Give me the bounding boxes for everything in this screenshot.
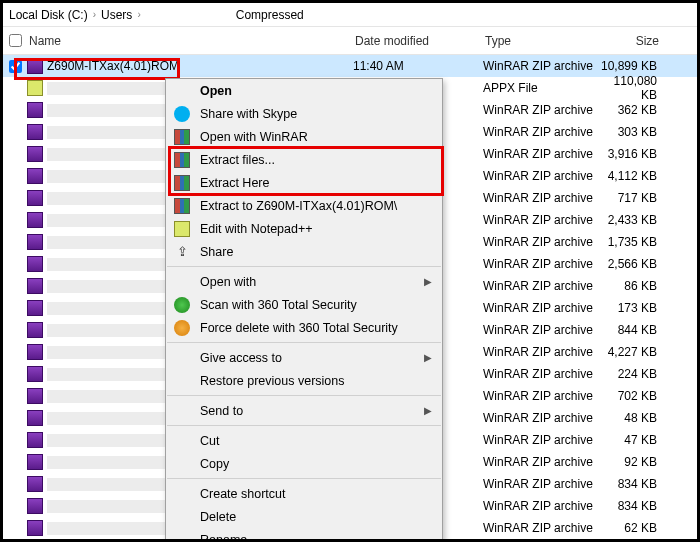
menu-create-shortcut[interactable]: Create shortcut <box>166 482 442 505</box>
file-size: 10,899 KB <box>595 59 665 73</box>
file-icon <box>27 190 43 206</box>
menu-separator <box>167 395 441 396</box>
column-headers: Name Date modified Type Size <box>3 27 697 55</box>
menu-edit-npp[interactable]: Edit with Notepad++ <box>166 217 442 240</box>
winrar-icon <box>174 152 190 168</box>
menu-share[interactable]: ⇪Share <box>166 240 442 263</box>
file-size: 4,227 KB <box>595 345 665 359</box>
chevron-right-icon: ▶ <box>424 276 432 287</box>
file-size: 3,916 KB <box>595 147 665 161</box>
file-type: WinRAR ZIP archive <box>483 521 595 535</box>
breadcrumb[interactable]: Local Disk (C:) › Users › Compressed <box>3 3 697 27</box>
file-icon <box>27 278 43 294</box>
file-type: WinRAR ZIP archive <box>483 301 595 315</box>
file-icon <box>27 366 43 382</box>
menu-delete[interactable]: Delete <box>166 505 442 528</box>
menu-extract-files[interactable]: Extract files... <box>166 148 442 171</box>
menu-separator <box>167 266 441 267</box>
file-icon <box>27 454 43 470</box>
file-icon <box>27 344 43 360</box>
menu-rename[interactable]: Rename <box>166 528 442 542</box>
file-type: WinRAR ZIP archive <box>483 147 595 161</box>
winrar-icon <box>174 175 190 191</box>
file-type: WinRAR ZIP archive <box>483 191 595 205</box>
header-name[interactable]: Name <box>27 34 355 48</box>
file-size: 1,735 KB <box>595 235 665 249</box>
chevron-right-icon: ▶ <box>424 352 432 363</box>
file-icon <box>27 80 43 96</box>
header-type[interactable]: Type <box>485 34 597 48</box>
file-size: 110,080 KB <box>595 74 665 102</box>
file-icon <box>27 520 43 536</box>
menu-extract-to[interactable]: Extract to Z690M-ITXax(4.01)ROM\ <box>166 194 442 217</box>
file-type: WinRAR ZIP archive <box>483 345 595 359</box>
file-icon <box>27 300 43 316</box>
file-size: 362 KB <box>595 103 665 117</box>
menu-copy[interactable]: Copy <box>166 452 442 475</box>
file-icon <box>27 498 43 514</box>
file-size: 173 KB <box>595 301 665 315</box>
skype-icon <box>174 106 190 122</box>
file-size: 834 KB <box>595 477 665 491</box>
menu-separator <box>167 425 441 426</box>
file-type: WinRAR ZIP archive <box>483 169 595 183</box>
file-icon <box>27 102 43 118</box>
file-size: 717 KB <box>595 191 665 205</box>
file-type: WinRAR ZIP archive <box>483 455 595 469</box>
file-size: 702 KB <box>595 389 665 403</box>
menu-open[interactable]: Open <box>166 79 442 102</box>
winrar-icon <box>174 129 190 145</box>
file-type: WinRAR ZIP archive <box>483 411 595 425</box>
menu-give-access[interactable]: Give access to▶ <box>166 346 442 369</box>
select-all-checkbox[interactable] <box>9 34 22 47</box>
file-type: WinRAR ZIP archive <box>483 59 595 73</box>
header-date[interactable]: Date modified <box>355 34 485 48</box>
menu-cut[interactable]: Cut <box>166 429 442 452</box>
file-size: 47 KB <box>595 433 665 447</box>
file-icon <box>27 212 43 228</box>
chevron-right-icon: › <box>93 9 96 20</box>
file-size: 48 KB <box>595 411 665 425</box>
menu-share-skype[interactable]: Share with Skype <box>166 102 442 125</box>
file-size: 2,566 KB <box>595 257 665 271</box>
file-type: WinRAR ZIP archive <box>483 279 595 293</box>
chevron-right-icon: ▶ <box>424 405 432 416</box>
context-menu: Open Share with Skype Open with WinRAR E… <box>165 78 443 542</box>
menu-separator <box>167 478 441 479</box>
header-size[interactable]: Size <box>597 34 667 48</box>
file-type: WinRAR ZIP archive <box>483 257 595 271</box>
file-type: WinRAR ZIP archive <box>483 323 595 337</box>
share-icon: ⇪ <box>174 244 190 260</box>
file-type: WinRAR ZIP archive <box>483 213 595 227</box>
file-size: 62 KB <box>595 521 665 535</box>
breadcrumb-part[interactable]: Local Disk (C:) <box>9 8 88 22</box>
360-delete-icon <box>174 320 190 336</box>
file-size: 86 KB <box>595 279 665 293</box>
menu-scan-360[interactable]: Scan with 360 Total Security <box>166 293 442 316</box>
file-type: WinRAR ZIP archive <box>483 499 595 513</box>
file-icon <box>27 322 43 338</box>
menu-open-winrar[interactable]: Open with WinRAR <box>166 125 442 148</box>
breadcrumb-part[interactable]: Users <box>101 8 132 22</box>
file-type: WinRAR ZIP archive <box>483 103 595 117</box>
menu-send-to[interactable]: Send to▶ <box>166 399 442 422</box>
table-row[interactable]: Z690M-ITXax(4.01)ROM11:40 AMWinRAR ZIP a… <box>3 55 697 77</box>
file-type: WinRAR ZIP archive <box>483 433 595 447</box>
file-date: 11:40 AM <box>353 59 483 73</box>
file-size: 4,112 KB <box>595 169 665 183</box>
file-icon <box>27 58 43 74</box>
file-icon <box>27 256 43 272</box>
menu-extract-here[interactable]: Extract Here <box>166 171 442 194</box>
file-type: APPX File <box>483 81 595 95</box>
file-size: 834 KB <box>595 499 665 513</box>
file-icon <box>27 388 43 404</box>
chevron-right-icon: › <box>137 9 140 20</box>
file-size: 844 KB <box>595 323 665 337</box>
menu-open-with[interactable]: Open with▶ <box>166 270 442 293</box>
file-size: 92 KB <box>595 455 665 469</box>
menu-restore-prev[interactable]: Restore previous versions <box>166 369 442 392</box>
menu-force-delete[interactable]: Force delete with 360 Total Security <box>166 316 442 339</box>
row-checkbox[interactable] <box>9 60 22 73</box>
breadcrumb-part[interactable]: Compressed <box>236 8 304 22</box>
notepadpp-icon <box>174 221 190 237</box>
